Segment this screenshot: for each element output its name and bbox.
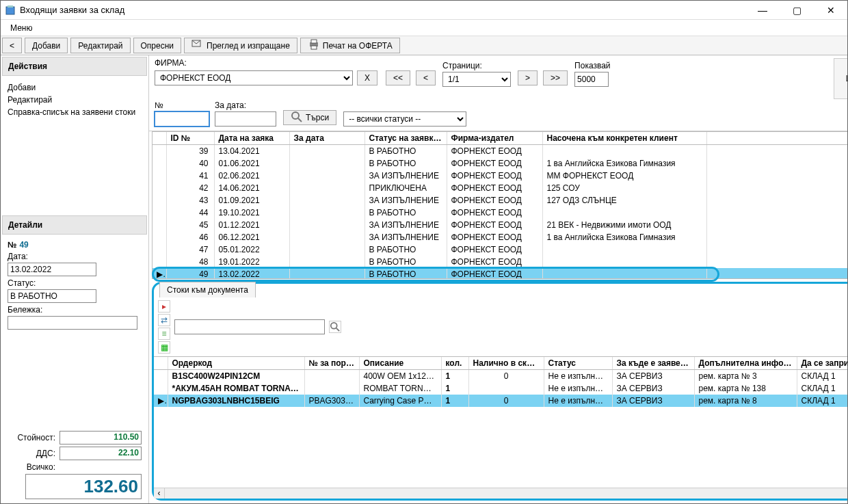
app-icon [5,5,16,16]
page-first-button[interactable]: << [386,70,410,85]
gcol-status[interactable]: Статус [544,357,612,370]
table-row[interactable]: 4102.06.2021ЗА ИЗПЪЛНЕНИЕФОРНЕКСТ ЕООДММ… [153,170,848,182]
status-filter-select[interactable]: -- всички статуси -- [343,111,466,127]
svg-rect-5 [311,46,317,49]
toolbar: < Добави Редактирай Опресни Преглед и из… [1,36,847,55]
table-row[interactable]: ▶4913.02.2022В РАБОТНОФОРНЕКСТ ЕООД [153,268,848,279]
svg-line-9 [336,328,339,331]
svg-point-8 [331,323,337,329]
col-date[interactable]: Дата на заяка [214,132,289,145]
goods-toolbar: ▸ ⇄ ≡ ▦ [154,297,848,356]
table-row[interactable]: 4819.01.2022В РАБОТНОФОРНЕКСТ ЕООД [153,256,848,268]
print-icon [308,38,320,53]
gcol-qty[interactable]: кол. [441,357,468,370]
table-row[interactable]: 4705.01.2022В РАБОТНОФОРНЕКСТ ЕООД [153,243,848,256]
maximize-button[interactable]: ▢ [784,5,809,16]
gcol-where[interactable]: За къде е заявено [612,357,694,370]
table-row[interactable]: 4419.10.2021В РАБОТНОФОРНЕКСТ ЕООД [153,207,848,219]
col-client[interactable]: Насочена към конкретен клиент [542,132,706,145]
goods-swap-icon[interactable]: ⇄ [158,314,170,326]
totals-body: Стойност: 110.50 ДДС: 22.10 Всичко: 132.… [1,425,148,503]
details-no-label: № [8,240,16,250]
gcol-prih[interactable]: Да се заприходи в [797,357,848,370]
col-firm[interactable]: Фирма-издател [447,132,542,145]
goods-tab[interactable]: Стоки към документа [159,282,256,297]
pages-select[interactable]: 1/1 [442,72,511,87]
table-row[interactable]: *АКУМ.45AH ROMBAT TORNADAROMBAT TORNADA … [154,382,848,395]
details-note-input[interactable] [8,316,137,330]
table-row[interactable]: ▶NGPBAG303LNBHC15BEIGPBAG303LNBHCCarryin… [154,395,848,407]
goods-search-input[interactable] [174,319,325,334]
requests-grid[interactable]: ID № Дата на заяка За дата Статус на зая… [152,131,848,279]
actions-body: Добави Редактирай Справка-списък на заяв… [1,77,148,214]
right-panel: Изход ФИРМА: ФОРНЕКСТ ЕООД X << < [149,55,848,503]
search-button[interactable]: Търси [283,110,336,125]
minimize-button[interactable]: — [750,5,775,16]
refresh-button[interactable]: Опресни [133,38,182,53]
table-row[interactable]: 4301.09.2021ЗА ИЗПЪЛНЕНИЕФОРНЕКСТ ЕООД12… [153,194,848,207]
firm-select[interactable]: ФОРНЕКСТ ЕООД [155,70,353,85]
total-label: Всичко: [8,462,55,472]
action-add[interactable]: Добави [8,81,142,94]
firm-clear-button[interactable]: X [357,70,377,85]
details-status-input[interactable] [8,289,96,303]
filter-band: ФИРМА: ФОРНЕКСТ ЕООД X << < Страници: [149,55,848,131]
details-date-input[interactable] [8,263,96,276]
table-row[interactable]: 4214.06.2021ПРИКЛЮЧЕНАФОРНЕКСТ ЕООД125 С… [153,182,848,194]
svg-point-6 [292,112,299,119]
add-button[interactable]: Добави [25,38,68,53]
goods-hscroll[interactable]: ‹› [154,488,848,499]
table-row[interactable]: 4001.06.2021В РАБОТНОФОРНЕКСТ ЕООД1 ва А… [153,157,848,170]
show-input[interactable] [574,72,609,87]
filter-no-input[interactable] [155,111,209,127]
svg-line-7 [298,118,302,122]
col-id[interactable]: ID № [166,132,214,145]
goods-add-icon[interactable]: ▸ [158,300,170,313]
goods-panel: Стоки към документа ▸ ⇄ ≡ ▦ [152,282,848,501]
search-icon [291,111,303,125]
goods-excel-icon[interactable]: ▦ [158,341,170,354]
total-value: 132.60 [25,474,142,499]
col-status[interactable]: Статус на заявката [365,132,447,145]
page-prev-button[interactable]: < [416,70,436,85]
preview-send-button[interactable]: Преглед и изпращане [184,38,297,53]
gcol-info[interactable]: Допълнителна информация [694,357,797,370]
table-row[interactable]: B1SC400W24PIN12CM400W OEM 1x120mm10Не е … [154,370,848,383]
svg-rect-4 [311,40,317,43]
preview-icon [191,38,204,53]
page-next-button[interactable]: > [518,70,538,85]
svg-rect-0 [6,7,14,14]
menu-bar: Меню [1,20,847,36]
goods-grid[interactable]: Ордеркод № за поръчка Описание кол. Нали… [154,356,848,488]
close-button[interactable]: ✕ [819,5,843,16]
action-edit[interactable]: Редактирай [8,94,142,106]
back-button[interactable]: < [2,38,22,53]
actions-header: Действия [2,57,147,76]
window-title: Входящи заявки за склад [20,5,750,15]
table-row[interactable]: 4501.12.2021ЗА ИЗПЪЛНЕНИЕФОРНЕКСТ ЕООД21… [153,219,848,231]
exit-button[interactable]: Изход [834,58,849,99]
gcol-stock[interactable]: Налично в склада [468,357,544,370]
table-row[interactable]: 4606.12.2021ЗА ИЗПЪЛНЕНИЕФОРНЕКСТ ЕООД1 … [153,231,848,243]
gcol-code[interactable]: Ордеркод [168,357,304,370]
print-offer-button[interactable]: Печат на ОФЕРТА [300,38,400,53]
gcol-desc[interactable]: Описание [359,357,441,370]
filter-zadata-label: За дата: [215,101,276,110]
pages-label: Страници: [442,61,511,70]
menu-item-menu[interactable]: Меню [5,21,38,35]
cost-label: Стойност: [8,433,55,442]
goods-list-icon[interactable]: ≡ [158,328,170,340]
page-last-button[interactable]: >> [543,70,568,85]
table-row[interactable]: 3913.04.2021В РАБОТНОФОРНЕКСТ ЕООД [153,145,848,158]
action-report[interactable]: Справка-списък на заявени стоки [8,106,142,118]
col-zadata[interactable]: За дата [289,132,365,145]
vat-value: 22.10 [59,447,142,460]
details-date-label: Дата: [8,252,142,261]
vat-label: ДДС: [8,449,55,458]
cost-value: 110.50 [59,431,142,445]
filter-zadata-input[interactable] [215,111,276,127]
goods-search-icon[interactable] [329,321,341,333]
show-label: Показвай [574,61,610,70]
edit-button[interactable]: Редактирай [70,38,130,53]
gcol-num[interactable]: № за поръчка [304,357,359,370]
